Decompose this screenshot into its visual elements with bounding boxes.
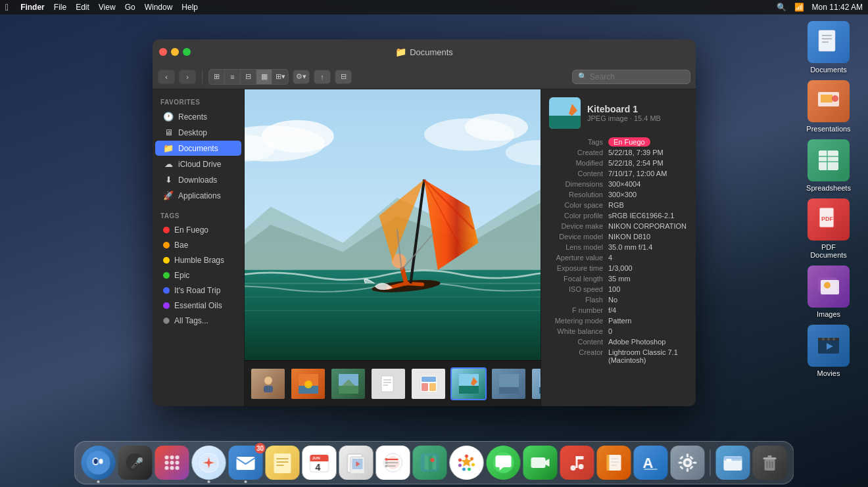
dock-safari[interactable] (192, 446, 226, 480)
images-icon (808, 266, 850, 308)
dock-music[interactable] (560, 446, 594, 480)
pdf-icon: PDF (808, 198, 850, 241)
meta-key-created: Created (549, 149, 608, 156)
menu-go[interactable]: Go (125, 3, 135, 12)
app-name[interactable]: Finder (20, 3, 45, 12)
finder-window: 📁 Documents ‹ › ⊞ ≡ ⊟ ▦ ⊞▾ ⚙▾ ↑ ⊟ 🔍 Favo… (153, 39, 696, 406)
sidebar-tag-humblebrags[interactable]: Humble Brags (155, 253, 241, 267)
desktop-item-pdf[interactable]: PDF PDF Documents (802, 198, 855, 259)
dock-appstore[interactable]: A (634, 446, 668, 480)
view-options: ⊞ ≡ ⊟ ▦ ⊞▾ (208, 69, 289, 85)
icon-view-btn[interactable]: ⊞ (209, 70, 225, 84)
meta-key-whitebalance: White balance (549, 327, 608, 335)
close-button[interactable] (159, 48, 167, 56)
favorites-label: Favorites (153, 95, 244, 108)
meta-row-aperture: Aperture value 4 (549, 252, 688, 263)
share-button[interactable]: ↑ (314, 70, 331, 84)
toolbar-separator (202, 70, 203, 83)
spreadsheets-icon (808, 139, 850, 181)
dock-calendar[interactable]: 4JUN (302, 446, 337, 480)
search-input[interactable] (590, 72, 685, 81)
documents-label: Documents (810, 66, 847, 74)
meta-val-created: 5/22/18, 7:39 PM (608, 149, 688, 156)
dock-mail[interactable]: 30 (229, 446, 263, 480)
maximize-button[interactable] (183, 48, 191, 56)
tag-dot-bae (163, 242, 170, 248)
dock-facetime[interactable] (523, 446, 558, 480)
menu-help[interactable]: Help (181, 3, 198, 12)
coverflow-view-btn[interactable]: ⊞▾ (272, 70, 288, 84)
sidebar-tag-enfuego[interactable]: En Fuego (155, 223, 241, 237)
dock-maps[interactable] (413, 446, 447, 480)
back-button[interactable]: ‹ (158, 70, 175, 84)
sidebar-item-documents[interactable]: 📁 Documents (155, 141, 241, 156)
menu-edit[interactable]: Edit (76, 3, 89, 12)
edit-tags-button[interactable]: ⊟ (335, 70, 352, 84)
minimize-button[interactable] (171, 48, 179, 56)
forward-button[interactable]: › (179, 70, 196, 84)
thumb-6-selected[interactable] (450, 367, 487, 400)
column-view-btn[interactable]: ⊟ (241, 70, 256, 84)
presentations-label: Presentations (806, 125, 850, 133)
spreadsheets-label: Spreadsheets (806, 184, 851, 192)
desktop-item-movies[interactable]: Movies (802, 325, 855, 377)
sidebar-item-icloud[interactable]: ☁ iCloud Drive (155, 156, 241, 172)
dock-preview[interactable] (339, 446, 374, 480)
dock-launchpad[interactable] (155, 446, 189, 480)
meta-val-iso: 100 (608, 285, 688, 293)
thumb-8[interactable] (531, 367, 541, 400)
dock-siri[interactable]: 🎤 (118, 446, 153, 480)
dock-reminders[interactable] (376, 446, 410, 480)
desktop-item-images[interactable]: Images (802, 266, 855, 318)
desktop-item-documents[interactable]: Documents (802, 21, 855, 74)
menu-search-icon[interactable]: 🔍 (777, 3, 786, 12)
svg-text:🎤: 🎤 (131, 457, 144, 469)
action-button[interactable]: ⚙▾ (293, 70, 310, 84)
dock-system-prefs[interactable] (671, 446, 705, 480)
tag-dot-enfuego (163, 227, 170, 233)
inspector-file-name: Kiteboard 1 (587, 104, 661, 114)
search-box[interactable]: 🔍 (572, 70, 690, 84)
desktop-item-presentations[interactable]: Presentations (802, 80, 855, 133)
sidebar-item-desktop[interactable]: 🖥 Desktop (155, 125, 241, 140)
thumb-4[interactable] (370, 367, 406, 400)
thumb-3[interactable] (330, 367, 366, 400)
svg-rect-150 (687, 468, 688, 472)
dock-finder[interactable] (82, 446, 116, 480)
gallery-view-btn[interactable]: ▦ (256, 70, 272, 84)
menu-window[interactable]: Window (145, 3, 173, 12)
svg-point-47 (264, 377, 272, 384)
list-view-btn[interactable]: ≡ (225, 70, 241, 84)
preview-image (245, 89, 541, 360)
sidebar-tag-essentialoils[interactable]: Essential Oils (155, 298, 241, 313)
meta-key-devicemake: Device make (549, 222, 608, 230)
menu-file[interactable]: File (54, 3, 66, 12)
meta-val-resolution: 300×300 (608, 191, 688, 198)
menu-view[interactable]: View (99, 3, 116, 12)
desktop-item-spreadsheets[interactable]: Spreadsheets (802, 139, 855, 192)
dock-files[interactable] (716, 446, 750, 480)
svg-point-130 (462, 468, 466, 471)
sidebar-tag-roadtrip[interactable]: It's Road Trip (155, 283, 241, 298)
svg-point-88 (176, 461, 180, 465)
thumb-1[interactable] (250, 367, 286, 400)
tag-dot-alltags (163, 317, 170, 324)
dock-photos[interactable] (450, 446, 484, 480)
thumb-5[interactable] (410, 367, 446, 400)
sidebar-item-recents[interactable]: 🕐 Recents (155, 109, 241, 124)
thumb-7[interactable] (491, 367, 527, 400)
dock-books[interactable] (597, 446, 631, 480)
sidebar-item-applications[interactable]: 🚀 Applications (155, 188, 241, 203)
dock-trash[interactable] (753, 446, 787, 480)
sidebar-item-downloads[interactable]: ⬇ Downloads (155, 172, 241, 187)
tag-dot-epic (163, 272, 170, 279)
meta-row-colorprofile: Color profile sRGB IEC61966-2.1 (549, 210, 688, 221)
dock-notes[interactable] (266, 446, 300, 480)
thumb-2[interactable] (290, 367, 326, 400)
sidebar-tag-alltags[interactable]: All Tags... (155, 313, 241, 328)
sidebar-tag-bae[interactable]: Bae (155, 238, 241, 252)
apple-menu[interactable]:  (5, 2, 9, 12)
dock-messages[interactable] (487, 446, 521, 480)
sidebar-tag-epic[interactable]: Epic (155, 268, 241, 283)
inspector-file-info: Kiteboard 1 JPEG image · 15.4 MB (587, 104, 661, 122)
